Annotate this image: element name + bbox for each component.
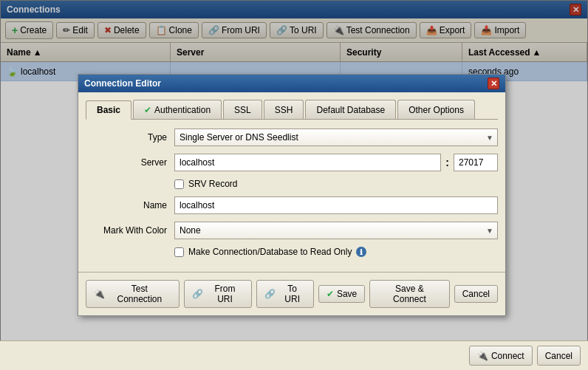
port-separator: : <box>445 157 449 168</box>
connect-icon: 🔌 <box>477 351 488 361</box>
dialog-body: Basic ✔ Authentication SSL SSH Default D… <box>78 92 505 272</box>
dialog-test-connection-button[interactable]: 🔌 Test Connection <box>86 280 180 308</box>
tab-ssl[interactable]: SSL <box>223 100 262 119</box>
type-label: Type <box>86 132 174 143</box>
dialog-to-uri-button[interactable]: 🔗 To URI <box>256 280 313 308</box>
type-select[interactable]: Single Server or DNS Seedlist Replica Se… <box>174 129 498 146</box>
tab-ssh[interactable]: SSH <box>264 100 304 119</box>
bottom-cancel-button[interactable]: Cancel <box>537 346 581 366</box>
srv-record-group: SRV Record <box>174 179 498 189</box>
dialog-close-button[interactable]: ✕ <box>488 78 499 89</box>
dialog-title: Connection Editor <box>84 78 161 89</box>
to-uri-icon: 🔗 <box>264 289 276 299</box>
tab-default-database[interactable]: Default Database <box>305 100 396 119</box>
info-icon: ℹ <box>356 247 366 257</box>
from-uri-icon: 🔗 <box>192 289 203 299</box>
server-input-group: : <box>174 154 498 171</box>
tab-basic[interactable]: Basic <box>86 100 131 120</box>
tab-bar: Basic ✔ Authentication SSL SSH Default D… <box>86 100 498 120</box>
bottom-bar: 🔌 Connect Cancel <box>0 340 588 370</box>
server-input[interactable] <box>174 154 441 171</box>
dialog-from-uri-button[interactable]: 🔗 From URI <box>184 280 253 308</box>
mark-color-select-wrapper: None Red Green Blue Yellow <box>174 222 498 239</box>
mark-color-label: Mark With Color <box>86 225 174 236</box>
tab-authentication[interactable]: ✔ Authentication <box>133 100 222 119</box>
server-field-group: Server : <box>86 154 498 171</box>
tab-other-options[interactable]: Other Options <box>397 100 475 119</box>
srv-record-label: SRV Record <box>188 179 237 189</box>
name-input[interactable] <box>174 196 498 214</box>
dialog-buttons: 🔌 Test Connection 🔗 From URI 🔗 To URI ✔ … <box>78 272 505 315</box>
mark-color-field-group: Mark With Color None Red Green Blue Yell… <box>86 222 498 239</box>
dialog-title-bar: Connection Editor ✕ <box>78 75 505 92</box>
name-field-group: Name <box>86 196 498 214</box>
port-input[interactable] <box>454 154 498 171</box>
type-select-wrapper: Single Server or DNS Seedlist Replica Se… <box>174 129 498 146</box>
mark-color-select[interactable]: None Red Green Blue Yellow <box>174 222 498 239</box>
srv-record-checkbox[interactable] <box>174 179 184 189</box>
save-icon: ✔ <box>327 289 334 299</box>
dialog-save-connect-button[interactable]: Save & Connect <box>369 280 449 308</box>
readonly-label: Make Connection/Database to Read Only <box>188 247 352 257</box>
dialog-cancel-button[interactable]: Cancel <box>454 285 498 303</box>
main-window: Connections ✕ + Create ✏ Edit ✖ Delete 📋… <box>0 0 588 370</box>
connection-editor-dialog: Connection Editor ✕ Basic ✔ Authenticati… <box>78 74 506 316</box>
test-connection-icon: 🔌 <box>94 289 105 299</box>
readonly-group: Make Connection/Database to Read Only ℹ <box>174 247 498 257</box>
type-field-group: Type Single Server or DNS Seedlist Repli… <box>86 129 498 146</box>
connect-button[interactable]: 🔌 Connect <box>469 346 533 366</box>
name-label: Name <box>86 200 174 210</box>
readonly-checkbox[interactable] <box>174 247 184 257</box>
check-icon: ✔ <box>144 105 151 115</box>
dialog-save-button[interactable]: ✔ Save <box>318 285 365 303</box>
server-label: Server <box>86 157 174 168</box>
